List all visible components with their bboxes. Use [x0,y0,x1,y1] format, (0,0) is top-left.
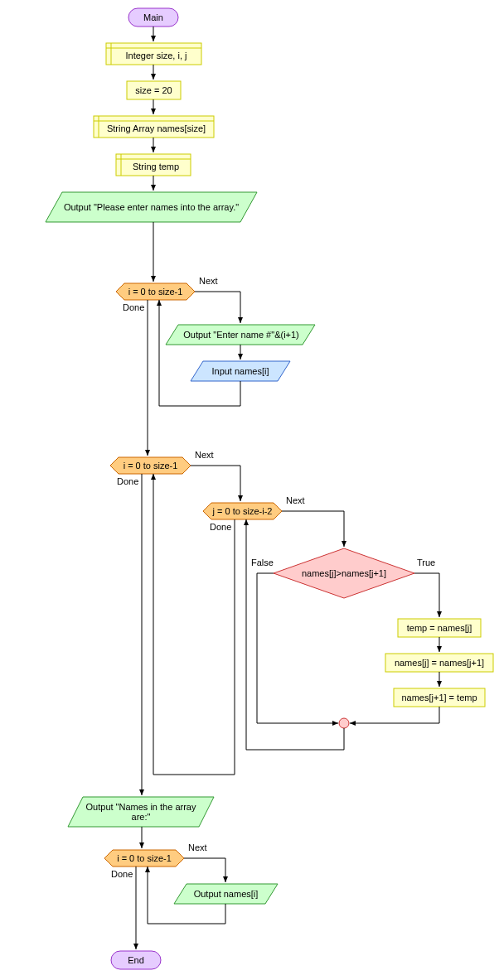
label-done-loop2: Done [117,476,138,486]
loop-input [116,283,195,300]
declaration-array [94,116,214,138]
io-input-names [191,361,290,381]
io-output-prompt [46,192,257,222]
flowchart-canvas [0,0,499,980]
decision-compare [274,548,414,598]
process-size20 [127,81,181,99]
process-temp-assign [398,619,481,637]
process-swap2 [394,688,485,707]
label-done-loop1: Done [123,302,144,312]
io-output-result-header [68,797,214,827]
loop-outer-sort [110,457,191,474]
label-true: True [417,558,435,567]
io-output-name [174,884,278,904]
label-false: False [251,558,274,567]
label-next-loop3: Next [286,495,305,505]
label-done-loop3: Done [210,522,231,532]
svg-rect-1 [106,43,201,65]
process-swap1 [385,654,493,672]
connector-join [339,718,349,728]
label-next-loop1: Next [199,276,218,286]
loop-output [104,850,184,867]
label-next-loop4: Next [188,842,207,852]
declaration-integer [106,43,201,65]
declaration-temp [116,154,191,176]
terminal-end [111,951,161,969]
label-done-loop4: Done [111,869,133,879]
svg-rect-10 [116,154,191,176]
svg-rect-6 [94,116,214,138]
io-output-entername [166,325,315,345]
loop-inner-sort [203,503,282,519]
terminal-main [128,8,178,27]
label-next-loop2: Next [195,450,214,460]
